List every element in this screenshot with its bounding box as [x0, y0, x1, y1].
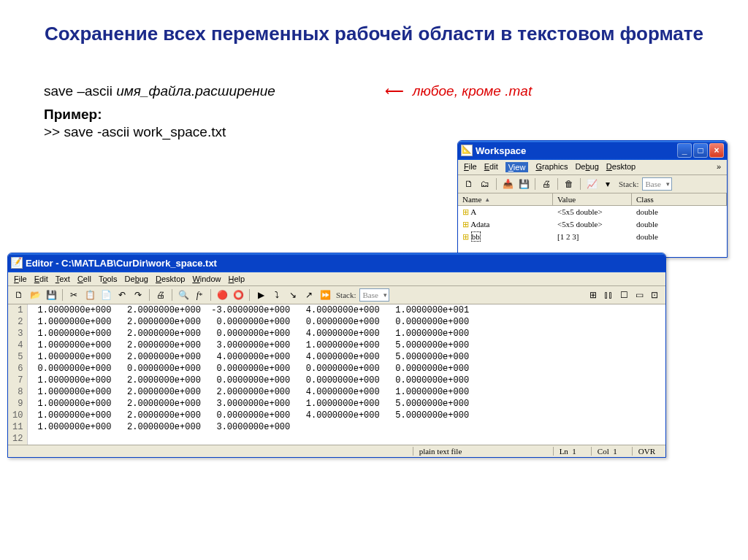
copy-icon[interactable]: 📋	[83, 288, 96, 302]
menu-window[interactable]: Window	[192, 275, 221, 283]
workspace-title-text: Workspace	[476, 145, 526, 156]
line-number: 9	[8, 398, 28, 410]
step-icon[interactable]: ⤵	[270, 288, 283, 302]
line-content[interactable]: 1.0000000e+000 2.0000000e+000 4.0000000e…	[28, 351, 665, 363]
menu-desktop[interactable]: Desktop	[156, 275, 185, 283]
status-filetype: plain text file	[413, 447, 544, 456]
menu-text[interactable]: Text	[56, 275, 70, 283]
line-content[interactable]: 1.0000000e+000 2.0000000e+000 3.0000000e…	[28, 398, 665, 410]
layout-3-icon[interactable]: ☐	[617, 288, 630, 302]
layout-4-icon[interactable]: ▭	[633, 288, 646, 302]
line-content[interactable]: 1.0000000e+000 2.0000000e+000 0.0000000e…	[28, 410, 665, 421]
status-col: Col 1	[591, 447, 623, 456]
print-icon[interactable]: 🖨	[154, 288, 167, 302]
line-number: 5	[8, 351, 28, 363]
step-in-icon[interactable]: ↘	[286, 288, 299, 302]
print-icon[interactable]: 🖨	[540, 177, 553, 191]
new-var-icon[interactable]: 🗋	[462, 177, 476, 191]
menu-debug[interactable]: Debug	[125, 275, 148, 283]
workspace-column-headers[interactable]: Name ▲ Value Class	[458, 193, 727, 206]
line-number: 1	[8, 304, 28, 316]
line-content[interactable]: 1.0000000e+000 2.0000000e+000 0.0000000e…	[28, 375, 665, 386]
menu-help[interactable]: Help	[229, 275, 245, 283]
line-content[interactable]: 1.0000000e+000 2.0000000e+000 3.0000000e…	[28, 421, 665, 433]
continue-icon[interactable]: ⏩	[318, 288, 332, 302]
breakpoint-clear-icon[interactable]: ⭕	[232, 288, 245, 302]
paste-icon[interactable]: 📄	[99, 288, 112, 302]
matlab-icon	[461, 145, 473, 156]
undo-icon[interactable]: ↶	[115, 288, 129, 302]
workspace-titlebar[interactable]: Workspace _ □ ×	[458, 141, 727, 160]
menu-graphics[interactable]: Graphics	[535, 162, 568, 172]
open-file-icon[interactable]: 📂	[28, 288, 42, 302]
line-content[interactable]: 1.0000000e+000 2.0000000e+000 3.0000000e…	[28, 340, 665, 351]
minimize-button[interactable]: _	[677, 143, 692, 158]
menu-cell[interactable]: Cell	[77, 275, 91, 283]
run-icon[interactable]: ▶	[254, 288, 267, 302]
save-ws-icon[interactable]: 💾	[517, 177, 530, 191]
var-row[interactable]: ⊞ A <5x5 double> double	[458, 206, 727, 218]
editor-line: 1 1.0000000e+000 2.0000000e+000 -3.00000…	[8, 304, 665, 316]
import-icon[interactable]: 📥	[501, 177, 514, 191]
editor-line: 11 1.0000000e+000 2.0000000e+000 3.00000…	[8, 421, 665, 433]
editor-content[interactable]: 1 1.0000000e+000 2.0000000e+000 -3.00000…	[8, 304, 665, 445]
var-row[interactable]: ⊞ bb [1 2 3] double	[458, 231, 727, 243]
slide-title: Сохранение всех переменных рабочей облас…	[0, 0, 748, 54]
new-file-icon[interactable]: 🗋	[12, 288, 26, 302]
menu-edit[interactable]: Edit	[484, 162, 498, 172]
line-content[interactable]: 0.0000000e+000 0.0000000e+000 0.0000000e…	[28, 363, 665, 375]
plot-dropdown-icon[interactable]: ▾	[601, 177, 614, 191]
line-content[interactable]	[28, 433, 665, 445]
open-icon[interactable]: 🗂	[478, 177, 492, 191]
redo-icon[interactable]: ↷	[131, 288, 145, 302]
menu-file[interactable]: File	[14, 275, 27, 283]
save-icon[interactable]: 💾	[45, 288, 58, 302]
menu-debug[interactable]: Debug	[575, 162, 598, 172]
line-content[interactable]: 1.0000000e+000 2.0000000e+000 0.0000000e…	[28, 328, 665, 340]
line-content[interactable]: 1.0000000e+000 2.0000000e+000 2.0000000e…	[28, 386, 665, 398]
editor-window: Editor - C:\MATLAB\CurDir\work_space.txt…	[7, 253, 666, 458]
close-button[interactable]: ×	[709, 143, 724, 158]
editor-line: 6 0.0000000e+000 0.0000000e+000 0.000000…	[8, 363, 665, 375]
col-class[interactable]: Class	[632, 193, 727, 205]
line-number: 8	[8, 386, 28, 398]
editor-line: 7 1.0000000e+000 2.0000000e+000 0.000000…	[8, 375, 665, 386]
workspace-var-list: ⊞ A <5x5 double> double ⊞ Adata <5x5 dou…	[458, 206, 727, 257]
cut-icon[interactable]: ✂	[67, 288, 80, 302]
menu-view[interactable]: View	[505, 162, 529, 172]
editor-toolbar: 🗋 📂 💾 ✂ 📋 📄 ↶ ↷ 🖨 🔍 f* 🔴 ⭕ ▶ ⤵ ↘ ↗ ⏩ Sta…	[8, 286, 665, 304]
layout-1-icon[interactable]: ⊞	[587, 288, 600, 302]
layout-2-icon[interactable]: ⫿⫿	[602, 288, 615, 302]
function-icon[interactable]: f*	[193, 288, 206, 302]
menu-desktop[interactable]: Desktop	[606, 162, 636, 172]
status-line: Ln 1	[553, 447, 582, 456]
plot-icon[interactable]: 📈	[585, 177, 598, 191]
stack-dropdown[interactable]: Base	[642, 177, 672, 191]
menu-tools[interactable]: Tools	[99, 275, 118, 283]
step-out-icon[interactable]: ↗	[302, 288, 316, 302]
example-code: >> save -ascii work_space.txt	[44, 124, 748, 140]
line-content[interactable]: 1.0000000e+000 2.0000000e+000 0.0000000e…	[28, 316, 665, 328]
find-icon[interactable]: 🔍	[177, 288, 190, 302]
editor-line: 9 1.0000000e+000 2.0000000e+000 3.000000…	[8, 398, 665, 410]
col-name[interactable]: Name ▲	[458, 193, 553, 205]
grid-icon: ⊞	[462, 232, 469, 241]
syntax-pattern: save –ascii имя_файла.расширение	[44, 83, 275, 99]
line-number: 4	[8, 340, 28, 351]
line-number: 11	[8, 421, 28, 433]
breakpoint-set-icon[interactable]: 🔴	[215, 288, 229, 302]
stack-dropdown[interactable]: Base	[359, 288, 389, 302]
line-number: 10	[8, 410, 28, 421]
delete-icon[interactable]: 🗑	[562, 177, 576, 191]
line-number: 6	[8, 363, 28, 375]
menu-file[interactable]: File	[464, 162, 477, 172]
layout-5-icon[interactable]: ⊡	[648, 288, 661, 302]
col-value[interactable]: Value	[553, 193, 632, 205]
line-content[interactable]: 1.0000000e+000 2.0000000e+000 -3.0000000…	[28, 304, 665, 316]
editor-titlebar[interactable]: Editor - C:\MATLAB\CurDir\work_space.txt	[8, 253, 665, 272]
menu-edit[interactable]: Edit	[34, 275, 48, 283]
menu-more[interactable]: »	[717, 162, 721, 172]
editor-line: 4 1.0000000e+000 2.0000000e+000 3.000000…	[8, 340, 665, 351]
var-row[interactable]: ⊞ Adata <5x5 double> double	[458, 218, 727, 231]
maximize-button[interactable]: □	[693, 143, 708, 158]
